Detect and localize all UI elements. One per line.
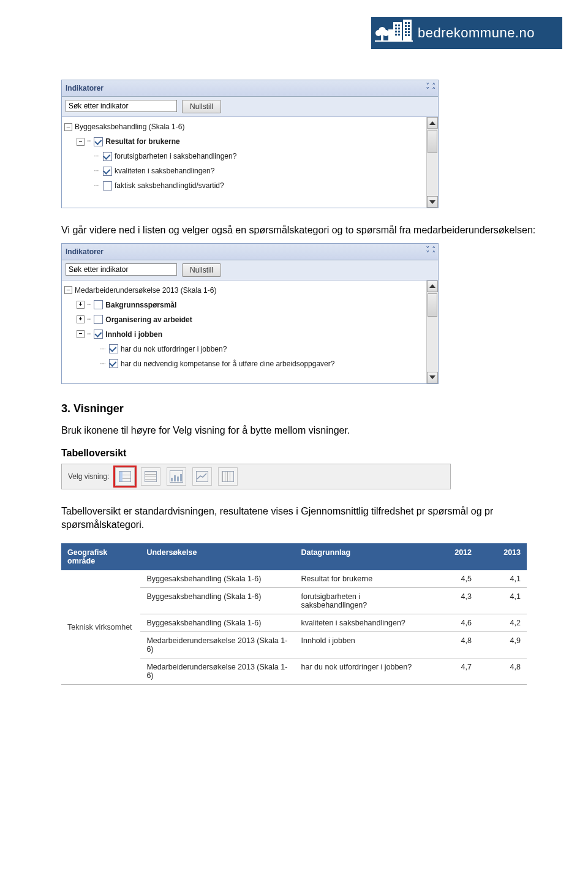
double-chevron-up-icon[interactable]: ˄˄ bbox=[432, 84, 434, 92]
svg-rect-19 bbox=[405, 34, 407, 36]
double-chevron-down-icon[interactable]: ˅˅ bbox=[426, 84, 428, 92]
svg-rect-7 bbox=[395, 31, 397, 32]
tree-root[interactable]: – Medarbeiderundersøkelse 2013 (Skala 1-… bbox=[64, 283, 438, 298]
paragraph: Tabelloversikt er standardvisningen, res… bbox=[61, 505, 554, 531]
tree-item-label: Resultat for brukerne bbox=[105, 135, 179, 148]
tree-item-label: Bakgrunnsspørsmål bbox=[105, 298, 176, 312]
svg-rect-15 bbox=[405, 28, 407, 30]
checkbox[interactable] bbox=[109, 359, 118, 368]
collapse-icon[interactable]: – bbox=[64, 123, 72, 131]
table-cell: 4,1 bbox=[478, 570, 527, 588]
tree-item-label: faktisk saksbehandlingtid/svartid? bbox=[115, 179, 224, 192]
view-btn-columns[interactable] bbox=[218, 467, 238, 486]
table-cell: Medarbeiderundersøkelse 2013 (Skala 1-6) bbox=[140, 658, 295, 685]
svg-rect-2 bbox=[388, 29, 396, 40]
checkbox[interactable] bbox=[94, 300, 103, 309]
table-cell: kvaliteten i saksbehandlingen? bbox=[295, 614, 429, 632]
table-cell: 4,1 bbox=[478, 588, 527, 614]
tree-item[interactable]: ·····kvaliteten i saksbehandlingen? bbox=[64, 164, 438, 178]
tree-item[interactable]: ·····faktisk saksbehandlingtid/svartid? bbox=[64, 178, 438, 193]
svg-rect-20 bbox=[408, 34, 410, 36]
collapse-icon[interactable]: – bbox=[64, 286, 72, 294]
svg-rect-8 bbox=[398, 31, 400, 32]
brand-logo: bedrekommune.no bbox=[371, 17, 562, 49]
collapse-icon[interactable]: – bbox=[77, 330, 85, 338]
section-heading: 3. Visninger bbox=[61, 402, 554, 415]
table-header: Undersøkelse bbox=[140, 543, 295, 570]
table-cell: 4,9 bbox=[478, 632, 527, 658]
header-logo-bar: bedrekommune.no bbox=[0, 0, 588, 55]
checkbox[interactable] bbox=[103, 152, 112, 161]
scroll-thumb[interactable] bbox=[428, 130, 437, 153]
double-chevron-down-icon[interactable]: ˅˅ bbox=[426, 247, 428, 256]
panel-collapse-icons[interactable]: ˅˅ ˄˄ bbox=[426, 247, 434, 256]
scroll-thumb[interactable] bbox=[428, 293, 437, 317]
svg-rect-18 bbox=[408, 31, 410, 33]
subsection-heading: Tabelloversikt bbox=[61, 448, 554, 459]
svg-rect-14 bbox=[408, 25, 410, 27]
checkbox[interactable] bbox=[94, 137, 103, 146]
double-chevron-up-icon[interactable]: ˄˄ bbox=[432, 247, 434, 256]
table-cell: 4,6 bbox=[429, 614, 478, 632]
checkbox[interactable] bbox=[109, 344, 118, 353]
svg-rect-13 bbox=[405, 25, 407, 27]
collapse-icon[interactable]: – bbox=[77, 138, 85, 146]
results-table: Geografisk områdeUndersøkelseDatagrunnla… bbox=[61, 543, 527, 685]
scroll-down-icon[interactable] bbox=[427, 196, 438, 208]
tree-item[interactable]: ·····har du nok utfordringer i jobben? bbox=[64, 342, 438, 356]
view-btn-rows[interactable] bbox=[141, 467, 160, 486]
checkbox[interactable] bbox=[103, 181, 112, 190]
table-header: Datagrunnlag bbox=[295, 543, 429, 570]
checkbox[interactable] bbox=[94, 330, 103, 339]
tree-item[interactable]: –···Resultat for brukerne bbox=[64, 134, 438, 149]
panel-collapse-icons[interactable]: ˅˅ ˄˄ bbox=[426, 84, 434, 92]
indicators-panel-1: Indikatorer ˅˅ ˄˄ Nullstill – Byggesaksb… bbox=[61, 80, 439, 208]
view-btn-bar-chart[interactable] bbox=[167, 467, 186, 486]
panel-search-row: Nullstill bbox=[62, 260, 438, 281]
indicator-tree: – Byggesaksbehandling (Skala 1-6) –···Re… bbox=[62, 117, 438, 195]
expand-icon[interactable]: + bbox=[77, 301, 85, 309]
table-header: 2012 bbox=[429, 543, 478, 570]
table-cell: Resultat for brukerne bbox=[295, 570, 429, 588]
checkbox[interactable] bbox=[103, 167, 112, 176]
scrollbar[interactable] bbox=[426, 117, 438, 208]
view-selector-bar: Velg visning: bbox=[61, 464, 451, 489]
tree-item-label: kvaliteten i saksbehandlingen? bbox=[115, 164, 214, 178]
search-input[interactable] bbox=[66, 100, 177, 112]
reset-button[interactable]: Nullstill bbox=[182, 263, 221, 277]
tree-item-label: Organisering av arbeidet bbox=[105, 313, 192, 326]
scroll-up-icon[interactable] bbox=[427, 281, 438, 292]
scroll-up-icon[interactable] bbox=[427, 117, 438, 129]
svg-rect-6 bbox=[398, 28, 400, 29]
svg-point-22 bbox=[375, 30, 382, 36]
table-cell: 4,8 bbox=[478, 658, 527, 685]
table-cell: 4,7 bbox=[429, 658, 478, 685]
tree-item[interactable]: +···Bakgrunnsspørsmål bbox=[64, 298, 438, 312]
scrollbar[interactable] bbox=[426, 281, 438, 383]
panel-title: Indikatorer bbox=[66, 247, 104, 256]
tree-item[interactable]: ·····forutsigbarheten i saksbehandlingen… bbox=[64, 149, 438, 164]
expand-icon[interactable]: + bbox=[77, 315, 85, 323]
table-cell: har du nok utfordringer i jobben? bbox=[295, 658, 429, 685]
reset-button[interactable]: Nullstill bbox=[182, 100, 221, 113]
scroll-down-icon[interactable] bbox=[427, 372, 438, 383]
tree-item[interactable]: ·····har du nødvendig kompetanse for å u… bbox=[64, 356, 438, 371]
view-btn-line-chart[interactable] bbox=[192, 467, 212, 486]
table-header: Geografisk område bbox=[61, 543, 140, 570]
svg-point-23 bbox=[383, 30, 389, 36]
svg-rect-4 bbox=[398, 24, 400, 26]
table-cell: Innhold i jobben bbox=[295, 632, 429, 658]
table-header: 2013 bbox=[478, 543, 527, 570]
checkbox[interactable] bbox=[94, 315, 103, 324]
view-btn-table[interactable] bbox=[115, 467, 135, 486]
search-input[interactable] bbox=[66, 263, 177, 276]
panel-header: Indikatorer ˅˅ ˄˄ bbox=[62, 244, 438, 260]
tree-item[interactable]: –···Innhold i jobben bbox=[64, 327, 438, 342]
panel-title: Indikatorer bbox=[66, 84, 104, 92]
table-cell: 4,2 bbox=[478, 614, 527, 632]
svg-rect-9 bbox=[395, 34, 397, 36]
table-cell: 4,5 bbox=[429, 570, 478, 588]
table-cell: Byggesaksbehandling (Skala 1-6) bbox=[140, 570, 295, 588]
tree-root[interactable]: – Byggesaksbehandling (Skala 1-6) bbox=[64, 119, 438, 134]
tree-item[interactable]: +···Organisering av arbeidet bbox=[64, 312, 438, 327]
